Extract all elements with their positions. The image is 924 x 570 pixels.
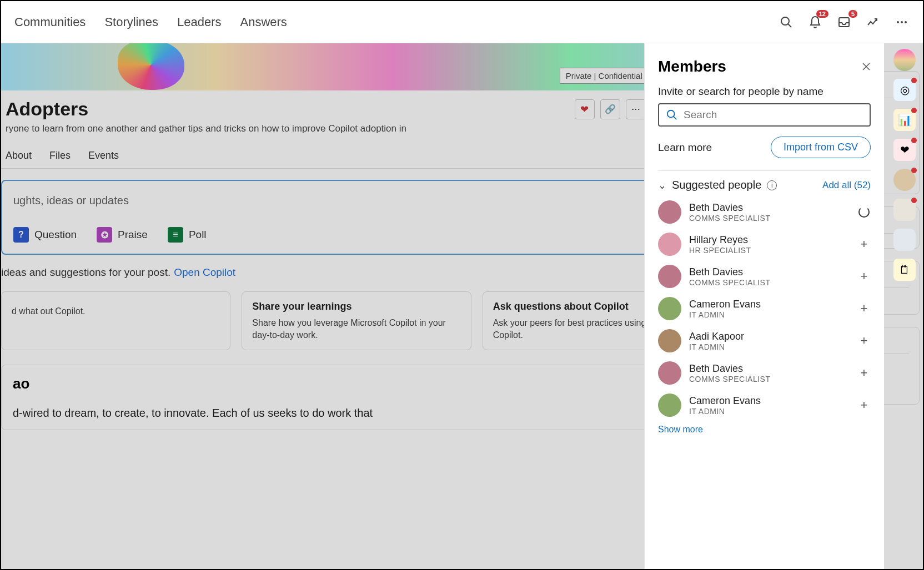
person-role: COMMS SPECIALIST xyxy=(689,375,770,384)
person-role: HR SPECIALIST xyxy=(689,246,751,255)
close-icon xyxy=(862,62,871,71)
chevron-down-icon[interactable]: ⌄ xyxy=(658,179,666,191)
search-input[interactable] xyxy=(684,109,863,121)
bell-icon[interactable]: 12 xyxy=(807,14,823,30)
rail-app-presentations[interactable]: 📊 xyxy=(893,109,916,131)
person-role: IT ADMIN xyxy=(689,407,761,416)
svg-point-8 xyxy=(667,110,675,118)
rail-avatar-2[interactable] xyxy=(893,169,916,191)
inbox-badge: 5 xyxy=(848,10,857,18)
person-row[interactable]: Cameron EvansIT ADMIN+ xyxy=(658,295,871,322)
top-nav-tabs: Communities Storylines Leaders Answers xyxy=(14,15,287,29)
search-icon xyxy=(666,109,678,121)
person-row[interactable]: Beth DaviesCOMMS SPECIALIST xyxy=(658,198,871,226)
nav-tab-storylines[interactable]: Storylines xyxy=(104,15,158,29)
add-person-button[interactable]: + xyxy=(857,238,871,251)
avatar xyxy=(658,200,681,224)
svg-line-9 xyxy=(674,117,677,120)
person-role: IT ADMIN xyxy=(689,310,761,319)
add-person-button[interactable]: + xyxy=(857,334,871,347)
person-name: Beth Davies xyxy=(689,363,770,375)
suggested-title: Suggested people xyxy=(672,179,761,191)
person-name: Aadi Kapoor xyxy=(689,331,744,342)
svg-point-4 xyxy=(901,21,903,23)
person-info: Beth DaviesCOMMS SPECIALIST xyxy=(689,266,770,287)
close-button[interactable] xyxy=(862,62,871,71)
learn-more-link[interactable]: Learn more xyxy=(658,142,712,154)
person-row[interactable]: Beth DaviesCOMMS SPECIALIST+ xyxy=(658,263,871,290)
person-name: Beth Davies xyxy=(689,202,770,214)
avatar xyxy=(658,361,681,385)
top-nav: Communities Storylines Leaders Answers 1… xyxy=(1,1,923,43)
divider xyxy=(658,170,871,171)
person-info: Beth DaviesCOMMS SPECIALIST xyxy=(689,363,770,384)
panel-subtitle: Invite or search for people by name xyxy=(658,85,871,98)
person-row[interactable]: Aadi KapoorIT ADMIN+ xyxy=(658,327,871,355)
more-icon[interactable] xyxy=(894,14,910,30)
nav-tab-communities[interactable]: Communities xyxy=(14,15,86,29)
svg-line-1 xyxy=(788,24,791,27)
suggested-people-list: Beth DaviesCOMMS SPECIALISTHillary Reyes… xyxy=(658,198,871,419)
svg-point-5 xyxy=(905,21,907,23)
avatar xyxy=(658,329,681,352)
person-name: Beth Davies xyxy=(689,266,770,278)
person-name: Cameron Evans xyxy=(689,299,761,310)
person-role: COMMS SPECIALIST xyxy=(689,214,770,223)
add-person-button[interactable]: + xyxy=(857,270,871,283)
right-rail: ◎ 📊 ❤ 🗒 xyxy=(891,49,918,281)
nav-tab-leaders[interactable]: Leaders xyxy=(177,15,222,29)
rail-app-love[interactable]: ❤ xyxy=(893,139,916,161)
analytics-icon[interactable] xyxy=(865,14,881,30)
add-person-button[interactable]: + xyxy=(857,366,871,380)
info-icon[interactable]: i xyxy=(767,180,777,190)
add-person-button[interactable]: + xyxy=(857,399,871,412)
add-all-button[interactable]: Add all (52) xyxy=(822,180,871,191)
notif-badge: 12 xyxy=(816,10,828,18)
rail-app-copilot[interactable]: ◎ xyxy=(893,79,916,101)
person-name: Hillary Reyes xyxy=(689,234,751,246)
search-box[interactable] xyxy=(658,103,871,127)
avatar xyxy=(658,297,681,320)
top-nav-right: 12 5 xyxy=(779,14,910,30)
avatar xyxy=(658,233,681,256)
person-row[interactable]: Hillary ReyesHR SPECIALIST+ xyxy=(658,230,871,258)
import-csv-button[interactable]: Import from CSV xyxy=(771,137,871,158)
search-icon[interactable] xyxy=(779,14,794,30)
person-info: Cameron EvansIT ADMIN xyxy=(689,299,761,319)
person-info: Cameron EvansIT ADMIN xyxy=(689,395,761,416)
avatar xyxy=(658,265,681,288)
person-name: Cameron Evans xyxy=(689,395,761,407)
person-info: Beth DaviesCOMMS SPECIALIST xyxy=(689,202,770,223)
person-row[interactable]: Beth DaviesCOMMS SPECIALIST+ xyxy=(658,359,871,387)
person-role: IT ADMIN xyxy=(689,342,744,351)
nav-tab-answers[interactable]: Answers xyxy=(240,15,287,29)
inbox-icon[interactable]: 5 xyxy=(836,14,852,30)
person-info: Aadi KapoorIT ADMIN xyxy=(689,331,744,351)
add-person-button[interactable]: + xyxy=(857,302,871,315)
show-more-link[interactable]: Show more xyxy=(658,425,703,435)
rail-app-notes[interactable]: 🗒 xyxy=(893,259,916,281)
svg-point-3 xyxy=(897,21,899,23)
person-row[interactable]: Cameron EvansIT ADMIN+ xyxy=(658,391,871,419)
rail-app-people[interactable] xyxy=(893,229,916,251)
person-info: Hillary ReyesHR SPECIALIST xyxy=(689,234,751,255)
svg-point-0 xyxy=(781,17,789,25)
rail-app-group[interactable] xyxy=(893,199,916,221)
loading-spinner xyxy=(857,205,871,219)
panel-title: Members xyxy=(658,58,726,75)
rail-avatar[interactable] xyxy=(893,49,916,71)
members-panel: Members Invite or search for people by n… xyxy=(644,43,884,569)
avatar xyxy=(658,394,681,417)
person-role: COMMS SPECIALIST xyxy=(689,278,770,287)
